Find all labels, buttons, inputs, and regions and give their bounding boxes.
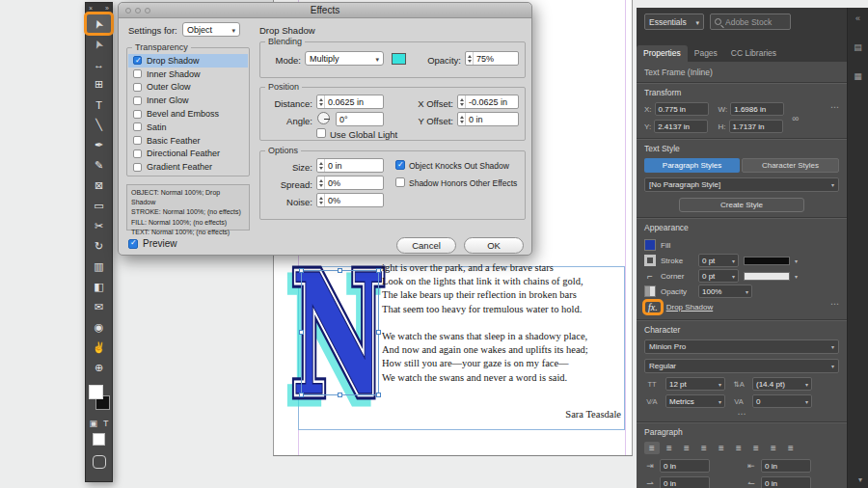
stepper-icon[interactable] xyxy=(458,95,466,108)
rectangle-tool[interactable]: ▭ xyxy=(86,196,112,216)
frame-handle[interactable] xyxy=(299,393,304,397)
content-collector-tool[interactable]: ⊞ xyxy=(86,74,112,95)
right-indent-field[interactable]: ⇤ 0 in xyxy=(746,459,839,473)
effect-row[interactable]: Bevel and Emboss xyxy=(128,107,248,121)
effect-checkbox[interactable] xyxy=(133,96,142,105)
free-transform-tool[interactable]: ↻ xyxy=(86,236,112,257)
character-styles-button[interactable]: Character Styles xyxy=(742,158,839,173)
chevron-down-icon[interactable] xyxy=(795,272,798,281)
panel-icon[interactable]: ▦ xyxy=(854,71,862,81)
hand-tool[interactable]: ✌ xyxy=(86,338,112,358)
align-to-spine-icon[interactable] xyxy=(766,442,781,454)
line-tool[interactable]: ╲ xyxy=(86,115,112,135)
stroke-type-preview[interactable] xyxy=(744,257,790,265)
leading-field[interactable]: (14.4 pt) xyxy=(752,377,812,391)
size-field[interactable]: 0 in xyxy=(316,158,384,173)
gradient-feather-tool[interactable]: ◧ xyxy=(86,277,112,297)
zoom-tool[interactable]: ⊕ xyxy=(86,358,112,378)
cancel-button[interactable]: Cancel xyxy=(396,237,456,254)
paragraph-style-dropdown[interactable]: [No Paragraph Style] xyxy=(644,177,839,192)
effect-checkbox[interactable] xyxy=(133,83,142,92)
applied-effect-label[interactable]: Drop Shadow xyxy=(666,303,713,312)
effect-row[interactable]: Gradient Feather xyxy=(128,160,248,174)
font-size-field[interactable]: 12 pt xyxy=(665,377,725,391)
y-offset-field[interactable]: 0 in xyxy=(457,112,519,126)
align-center-icon[interactable] xyxy=(662,442,677,454)
expand-panels-icon[interactable]: « xyxy=(855,14,860,23)
settings-for-dropdown[interactable]: Object xyxy=(182,22,240,37)
effect-row[interactable]: Inner Shadow xyxy=(128,68,248,81)
angle-field[interactable]: 0° xyxy=(336,112,384,126)
constrain-proportions-icon[interactable]: ∞ xyxy=(792,113,799,123)
more-options-icon[interactable]: ⋯ xyxy=(830,102,839,112)
angle-dial[interactable] xyxy=(317,112,330,124)
frame-handle[interactable] xyxy=(376,393,381,397)
stroke-swatch-icon[interactable] xyxy=(644,255,656,266)
stock-search-box[interactable] xyxy=(710,14,791,30)
type-tool[interactable]: T xyxy=(86,95,112,115)
align-left-icon[interactable] xyxy=(644,442,660,454)
effect-checkbox[interactable] xyxy=(133,69,142,78)
preview-checkbox[interactable] xyxy=(128,239,138,249)
stepper-icon[interactable] xyxy=(458,113,466,125)
left-indent-field[interactable]: ⇥ 0 in xyxy=(644,459,738,473)
selection-tool[interactable]: ➤ xyxy=(86,14,112,34)
ok-button[interactable]: OK xyxy=(464,237,524,254)
effect-checkbox[interactable] xyxy=(133,56,142,65)
stepper-icon[interactable] xyxy=(317,159,325,172)
shadow-opacity-field[interactable]: 75% xyxy=(465,51,519,66)
knockout-shadow-checkbox[interactable] xyxy=(395,160,405,170)
align-right-icon[interactable] xyxy=(679,442,694,454)
effect-row[interactable]: Basic Feather xyxy=(128,134,248,148)
more-options-icon[interactable]: ⋯ xyxy=(830,299,839,309)
stepper-icon[interactable] xyxy=(317,95,325,108)
rectangle-frame-tool[interactable]: ⊠ xyxy=(86,176,112,196)
direct-selection-tool[interactable]: ➤ xyxy=(86,34,112,54)
spread-field[interactable]: 0% xyxy=(316,176,384,190)
shadow-color-swatch[interactable] xyxy=(392,53,406,65)
justify-center-icon[interactable] xyxy=(714,442,729,454)
dialog-titlebar[interactable]: Effects xyxy=(119,3,531,18)
create-style-button[interactable]: Create Style xyxy=(679,198,804,212)
fill-swatch[interactable] xyxy=(89,385,103,399)
stepper-icon[interactable] xyxy=(317,176,325,189)
font-style-dropdown[interactable]: Regular xyxy=(644,359,839,373)
close-icon[interactable]: × xyxy=(89,5,93,12)
scissors-tool[interactable]: ✂ xyxy=(86,216,112,236)
x-position-field[interactable]: 0.775 in xyxy=(655,102,709,116)
workspace-switcher[interactable]: Essentials xyxy=(644,14,704,30)
stepper-icon[interactable] xyxy=(317,194,325,206)
paragraph-styles-button[interactable]: Paragraph Styles xyxy=(644,158,740,173)
collapse-icon[interactable]: » xyxy=(105,5,109,12)
formatting-affects-text-icon[interactable]: T xyxy=(103,419,109,428)
panel-tab[interactable]: CC Libraries xyxy=(724,45,783,62)
stepper-icon[interactable] xyxy=(466,52,474,65)
honors-effects-checkbox[interactable] xyxy=(395,177,405,187)
effect-row[interactable]: Directional Feather xyxy=(128,148,248,161)
noise-field[interactable]: 0% xyxy=(316,193,384,207)
pencil-tool[interactable]: ✎ xyxy=(86,155,112,176)
effect-checkbox[interactable] xyxy=(133,136,142,145)
height-field[interactable]: 1.7137 in xyxy=(729,120,783,133)
effect-row[interactable]: Inner Glow xyxy=(128,94,248,107)
x-offset-field[interactable]: -0.0625 in xyxy=(457,95,519,109)
panel-tab[interactable]: Properties xyxy=(637,45,688,62)
effect-row[interactable]: Drop Shadow xyxy=(128,54,248,68)
effect-checkbox[interactable] xyxy=(133,122,142,131)
global-light-checkbox[interactable] xyxy=(316,128,326,138)
stroke-weight-field[interactable]: 0 pt xyxy=(698,254,739,267)
align-away-spine-icon[interactable] xyxy=(783,442,799,454)
search-input[interactable] xyxy=(725,17,783,27)
frame-handle[interactable] xyxy=(338,268,342,273)
fx-button[interactable]: fx. xyxy=(644,301,662,313)
width-field[interactable]: 1.6986 in xyxy=(730,102,784,116)
apply-none-button[interactable] xyxy=(93,433,105,446)
corner-radius-field[interactable]: 0 pt xyxy=(698,269,739,283)
justify-right-icon[interactable] xyxy=(731,442,746,454)
first-line-indent-field[interactable]: ⇀ 0 in xyxy=(644,476,738,488)
gradient-swatch-tool[interactable]: ▥ xyxy=(86,257,112,277)
justify-left-icon[interactable] xyxy=(696,442,712,454)
window-controls[interactable] xyxy=(125,8,150,14)
opacity-field[interactable]: 100% xyxy=(698,285,752,298)
last-line-indent-field[interactable]: ↼ 0 in xyxy=(746,476,839,488)
